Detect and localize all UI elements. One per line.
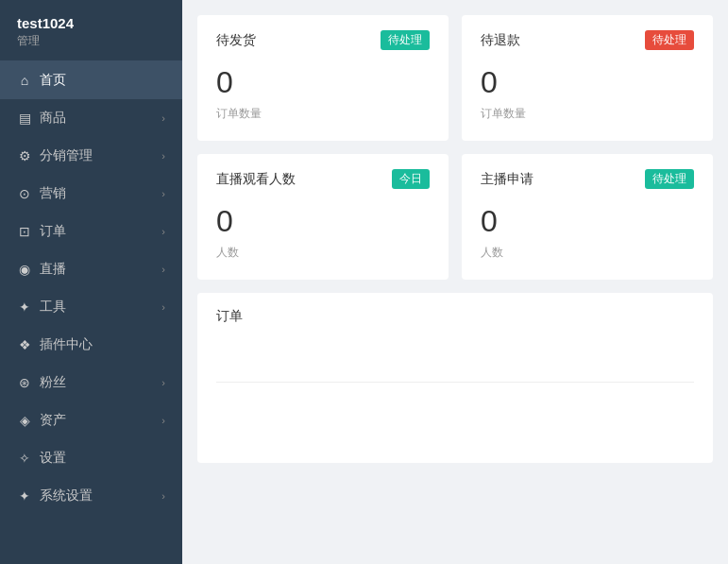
chevron-right-icon-9: ›: [161, 490, 165, 502]
sidebar-item-fans[interactable]: ⊛ 粉丝 ›: [0, 364, 182, 402]
orders-divider: [216, 382, 694, 383]
sidebar-label-live: 直播: [40, 261, 66, 278]
sidebar-item-products[interactable]: ▤ 商品 ›: [0, 99, 182, 137]
products-icon: ▤: [17, 111, 32, 126]
chevron-right-icon-7: ›: [161, 377, 165, 388]
sidebar-label-home: 首页: [40, 72, 66, 89]
sidebar-label-settings: 设置: [40, 450, 66, 467]
sidebar: test1024 管理 ⌂ 首页 ▤ 商品 › ⚙ 分销管理 › ⊙ 营销 › …: [0, 0, 182, 564]
sidebar-label-marketing: 营销: [40, 185, 66, 202]
card-title-shipment: 待发货: [216, 32, 256, 49]
card-title-live: 直播观看人数: [216, 171, 296, 188]
card-count-host: 0: [481, 204, 694, 239]
sidebar-item-marketing[interactable]: ⊙ 营销 ›: [0, 175, 182, 213]
chevron-right-icon-5: ›: [161, 264, 165, 275]
card-host-apply: 主播申请 待处理 0 人数: [462, 154, 713, 280]
card-label-refund: 订单数量: [481, 106, 694, 122]
sidebar-item-plugins[interactable]: ❖ 插件中心: [0, 326, 182, 364]
orders-section: 订单: [197, 293, 713, 463]
sidebar-label-tools: 工具: [40, 299, 66, 316]
chevron-right-icon-8: ›: [161, 415, 165, 426]
card-title-host: 主播申请: [481, 171, 533, 188]
sidebar-label-system: 系统设置: [40, 487, 93, 504]
badge-refund: 待处理: [645, 30, 694, 50]
sidebar-label-plugins: 插件中心: [40, 336, 93, 353]
chevron-right-icon-4: ›: [161, 226, 165, 237]
fans-icon: ⊛: [17, 375, 32, 390]
card-pending-refund: 待退款 待处理 0 订单数量: [462, 15, 713, 141]
chevron-right-icon-2: ›: [161, 150, 165, 162]
orders-title: 订单: [216, 308, 694, 325]
sidebar-item-home[interactable]: ⌂ 首页: [0, 61, 182, 99]
plugins-icon: ❖: [17, 337, 32, 352]
sidebar-item-system[interactable]: ✦ 系统设置 ›: [0, 477, 182, 515]
sidebar-item-assets[interactable]: ◈ 资产 ›: [0, 402, 182, 439]
card-label-live: 人数: [216, 245, 430, 261]
sidebar-item-distribution[interactable]: ⚙ 分销管理 ›: [0, 137, 182, 175]
home-icon: ⌂: [17, 73, 32, 88]
sidebar-label-orders: 订单: [40, 223, 66, 240]
system-icon: ✦: [17, 488, 32, 504]
card-label-shipment: 订单数量: [216, 106, 430, 122]
tools-icon: ✦: [17, 299, 32, 315]
sidebar-item-settings[interactable]: ✧ 设置: [0, 439, 182, 477]
orders-icon: ⊡: [17, 224, 32, 239]
chevron-right-icon-3: ›: [161, 188, 165, 199]
card-count-refund: 0: [481, 65, 694, 100]
main-content: 待发货 待处理 0 订单数量 待退款 待处理 0 订单数量 直播观看人数 今日 …: [182, 0, 728, 564]
sidebar-item-orders[interactable]: ⊡ 订单 ›: [0, 213, 182, 250]
cards-grid: 待发货 待处理 0 订单数量 待退款 待处理 0 订单数量 直播观看人数 今日 …: [197, 15, 713, 280]
chevron-right-icon-6: ›: [161, 301, 165, 313]
sidebar-label-products: 商品: [40, 110, 66, 127]
card-live-viewers: 直播观看人数 今日 0 人数: [197, 154, 449, 280]
badge-shipment: 待处理: [381, 30, 430, 50]
sidebar-role: 管理: [17, 33, 165, 49]
sidebar-item-tools[interactable]: ✦ 工具 ›: [0, 288, 182, 326]
sidebar-header: test1024 管理: [0, 0, 182, 61]
card-pending-shipment: 待发货 待处理 0 订单数量: [197, 15, 449, 141]
sidebar-username: test1024: [17, 15, 165, 31]
badge-live: 今日: [392, 169, 430, 189]
chevron-right-icon: ›: [161, 112, 165, 124]
sidebar-item-live[interactable]: ◉ 直播 ›: [0, 250, 182, 288]
card-label-host: 人数: [481, 245, 694, 261]
card-count-shipment: 0: [216, 65, 430, 100]
sidebar-label-fans: 粉丝: [40, 374, 66, 391]
card-count-live: 0: [216, 204, 430, 239]
sidebar-label-distribution: 分销管理: [40, 147, 93, 164]
distribution-icon: ⚙: [17, 148, 32, 163]
marketing-icon: ⊙: [17, 186, 32, 201]
badge-host: 待处理: [645, 169, 694, 189]
live-icon: ◉: [17, 262, 32, 277]
settings-icon: ✧: [17, 451, 32, 466]
assets-icon: ◈: [17, 413, 32, 428]
sidebar-label-assets: 资产: [40, 412, 66, 429]
card-title-refund: 待退款: [481, 32, 520, 49]
